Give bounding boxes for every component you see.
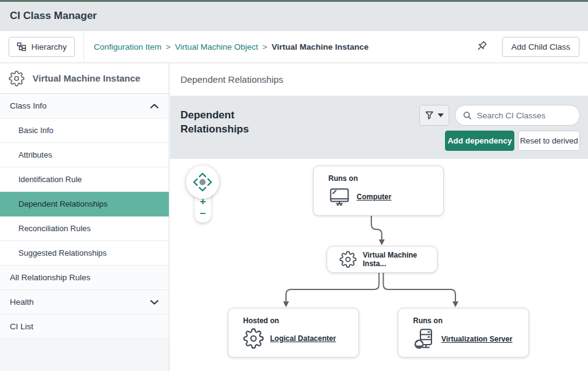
sidebar-item-basic-info[interactable]: Basic Info bbox=[0, 118, 169, 143]
main-content: Dependent Relationships Dependent Relati… bbox=[170, 63, 588, 371]
virtualization-server-icon bbox=[413, 328, 435, 350]
relationship-diagram[interactable]: + − Runs on bbox=[170, 159, 588, 371]
relationship-label: Hosted on bbox=[243, 316, 279, 325]
diagram-node-virtual-machine-instance[interactable]: Virtual Machine Insta... bbox=[327, 246, 438, 273]
panel-heading: Dependent Relationships bbox=[180, 109, 288, 137]
class-link-virtualization-server[interactable]: Virtualization Server bbox=[441, 335, 513, 343]
hierarchy-icon bbox=[17, 42, 26, 52]
class-link-computer[interactable]: Computer bbox=[357, 193, 392, 201]
app-header: CI Class Manager bbox=[0, 2, 588, 31]
toolbar-right: Add Child Class bbox=[473, 37, 579, 57]
pan-down-icon bbox=[199, 188, 206, 191]
sidebar-item-label: Dependent Relationships bbox=[18, 199, 107, 208]
breadcrumb-separator: > bbox=[263, 42, 268, 52]
chevron-down-icon bbox=[150, 299, 159, 305]
sidebar-item-label: CI List bbox=[10, 322, 33, 331]
breadcrumb-item-virtual-machine-object[interactable]: Virtual Machine Object bbox=[175, 42, 258, 52]
diagram-node-virtualization-server[interactable]: Runs on bbox=[398, 308, 529, 358]
toolbar-divider bbox=[83, 31, 84, 63]
search-box[interactable] bbox=[455, 105, 580, 126]
sidebar-item-label: Reconciliation Rules bbox=[18, 224, 91, 233]
sidebar-class-header: Virtual Machine Instance bbox=[0, 63, 169, 94]
breadcrumb: Configuration Item > Virtual Machine Obj… bbox=[94, 42, 369, 52]
pan-center-dot bbox=[199, 179, 206, 185]
sidebar-item-all-relationship-rules[interactable]: All Relationship Rules bbox=[0, 266, 169, 290]
sidebar-item-dependent-relationships[interactable]: Dependent Relationships bbox=[0, 192, 169, 216]
class-label-virtual-machine-instance: Virtual Machine Insta... bbox=[363, 251, 437, 268]
gear-icon bbox=[9, 71, 25, 86]
breadcrumb-separator: > bbox=[166, 42, 171, 52]
pan-up-icon bbox=[199, 174, 206, 177]
filter-icon bbox=[425, 110, 434, 120]
sidebar-class-title: Virtual Machine Instance bbox=[33, 73, 141, 83]
add-dependency-button[interactable]: Add dependency bbox=[445, 131, 514, 151]
sidebar-item-attributes[interactable]: Attributes bbox=[0, 143, 169, 167]
sidebar-item-label: Health bbox=[10, 297, 34, 307]
hierarchy-button[interactable]: Hierarchy bbox=[9, 37, 75, 57]
dependent-relationships-panel: Dependent Relationships Add dependency bbox=[170, 96, 588, 159]
class-link-logical-datacenter[interactable]: Logical Datacenter bbox=[270, 334, 336, 343]
relationship-label: Runs on bbox=[413, 316, 443, 325]
reset-to-derived-button[interactable]: Reset to derived bbox=[518, 131, 580, 151]
diagram-node-logical-datacenter[interactable]: Hosted on Logical Datacenter bbox=[228, 308, 359, 358]
pan-left-icon bbox=[194, 179, 197, 185]
gear-icon bbox=[339, 251, 357, 268]
breadcrumb-item-current: Virtual Machine Instance bbox=[271, 42, 368, 52]
search-icon bbox=[463, 111, 472, 120]
breadcrumb-item-configuration-item[interactable]: Configuration Item bbox=[94, 42, 161, 52]
caret-down-icon bbox=[438, 113, 444, 117]
sidebar-item-label: Identification Rule bbox=[18, 175, 82, 184]
sidebar-item-label: Attributes bbox=[18, 150, 52, 159]
pushpin-icon bbox=[474, 39, 489, 54]
sidebar-item-suggested-relationships[interactable]: Suggested Relationships bbox=[0, 241, 169, 266]
sidebar-item-reconciliation-rules[interactable]: Reconciliation Rules bbox=[0, 216, 169, 241]
sidebar-item-class-info[interactable]: Class Info bbox=[0, 94, 169, 118]
sidebar-item-label: All Relationship Rules bbox=[10, 273, 90, 282]
section-title: Dependent Relationships bbox=[180, 74, 284, 85]
pan-control[interactable] bbox=[186, 166, 219, 199]
pan-right-icon bbox=[208, 179, 211, 185]
chevron-up-icon bbox=[150, 103, 159, 109]
sidebar-item-identification-rule[interactable]: Identification Rule bbox=[0, 167, 169, 192]
filter-button[interactable] bbox=[419, 105, 449, 126]
sidebar-item-health[interactable]: Health bbox=[0, 290, 169, 315]
sidebar-item-label: Basic Info bbox=[18, 126, 53, 135]
section-titlebar: Dependent Relationships bbox=[170, 63, 588, 96]
sidebar-item-ci-list[interactable]: CI List bbox=[0, 315, 169, 339]
gear-icon bbox=[243, 328, 264, 349]
page-title: CI Class Manager bbox=[10, 10, 97, 22]
ci-class-manager-page: CI Class Manager Hierarchy Configuration… bbox=[0, 0, 588, 371]
add-child-class-button[interactable]: Add Child Class bbox=[502, 37, 579, 57]
search-input[interactable] bbox=[477, 111, 586, 120]
sidebar: Virtual Machine Instance Class Info Basi… bbox=[0, 63, 169, 371]
pin-button[interactable] bbox=[473, 38, 490, 55]
sidebar-item-label: Class Info bbox=[10, 101, 47, 110]
diagram-node-computer[interactable]: Runs on Computer bbox=[313, 166, 444, 216]
zoom-out-button[interactable]: − bbox=[200, 208, 206, 220]
relationship-label: Runs on bbox=[328, 174, 358, 183]
toolbar: Hierarchy Configuration Item > Virtual M… bbox=[0, 31, 588, 63]
hierarchy-button-label: Hierarchy bbox=[31, 42, 67, 52]
computer-icon bbox=[328, 186, 350, 208]
sidebar-item-label: Suggested Relationships bbox=[18, 248, 107, 258]
